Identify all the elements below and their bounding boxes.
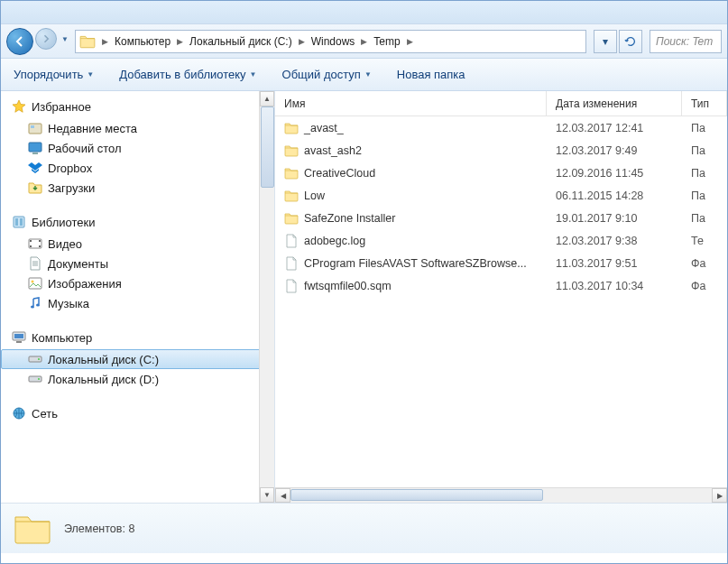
column-headers: Имя Дата изменения Тип [275,91,727,116]
file-row[interactable]: SafeZone Installer19.01.2017 9:10Па [275,207,727,229]
file-row[interactable]: _avast_12.03.2017 12:41Па [275,116,727,139]
scroll-left-button[interactable]: ◀ [275,488,290,503]
sidebar-group-computer[interactable]: Компьютер [1,328,274,347]
document-icon [28,256,42,271]
column-name[interactable]: Имя [275,91,547,116]
nav-bar: ▼ ▶ Компьютер ▶ Локальный диск (C:) ▶ Wi… [1,24,727,59]
scroll-right-button[interactable]: ▶ [712,488,727,503]
forward-button[interactable] [35,28,57,50]
folder-icon [284,121,299,135]
file-date: 19.01.2017 9:10 [547,212,682,225]
column-type[interactable]: Тип [682,91,727,116]
file-date: 12.09.2016 11:45 [547,167,682,180]
sidebar-scrollbar[interactable]: ▲ ▼ [259,91,274,503]
hdd-icon [28,352,42,366]
refresh-button[interactable] [619,30,642,53]
file-row[interactable]: adobegc.log12.03.2017 9:38Те [275,229,727,252]
file-row[interactable]: CreativeCloud12.09.2016 11:45Па [275,162,727,184]
file-icon [284,279,299,293]
sidebar-item-recent[interactable]: Недавние места [1,118,274,138]
file-name: CProgram FilesAVAST SoftwareSZBrowse... [304,257,527,270]
network-icon [12,406,26,421]
breadcrumb-sep-icon[interactable]: ▶ [174,37,186,46]
video-icon [28,236,42,251]
scroll-thumb[interactable] [290,489,543,501]
folder-icon [79,33,96,50]
file-name: avast_ash2 [304,144,362,157]
sidebar-group-network[interactable]: Сеть [1,403,274,423]
sidebar-item-downloads[interactable]: Загрузки [1,178,274,198]
content-pane: Имя Дата изменения Тип _avast_12.03.2017… [275,91,727,503]
back-button[interactable] [6,28,33,55]
chevron-down-icon: ▼ [364,70,372,79]
file-row[interactable]: CProgram FilesAVAST SoftwareSZBrowse...1… [275,252,727,274]
folder-icon [284,211,299,226]
titlebar [1,1,727,24]
file-icon [284,234,299,248]
breadcrumb-computer[interactable]: Компьютер [111,31,174,52]
file-name: Low [304,190,325,202]
file-type: Те [682,235,727,247]
new-folder-button[interactable]: Новая папка [397,68,465,81]
sidebar-item-dropbox[interactable]: Dropbox [1,158,274,178]
sidebar-item-drive-c[interactable]: Локальный диск (C:) [1,349,274,369]
file-type: Па [682,190,727,202]
breadcrumb-windows[interactable]: Windows [308,31,359,52]
file-row[interactable]: fwtsqmfile00.sqm11.03.2017 10:34Фа [275,274,727,297]
sidebar-item-pictures[interactable]: Изображения [1,273,274,293]
file-date: 12.03.2017 12:41 [547,122,682,134]
include-in-library-button[interactable]: Добавить в библиотеку▼ [119,68,256,81]
file-icon [284,256,299,271]
status-text: Элементов: 8 [64,522,134,535]
desktop-icon [28,141,42,155]
file-row[interactable]: avast_ash212.03.2017 9:49Па [275,139,727,162]
sidebar-item-drive-d[interactable]: Локальный диск (D:) [1,369,274,389]
sidebar-item-music[interactable]: Музыка [1,293,274,313]
sidebar-item-desktop[interactable]: Рабочий стол [1,138,274,158]
address-bar[interactable]: ▶ Компьютер ▶ Локальный диск (C:) ▶ Wind… [75,30,586,53]
breadcrumb-sep-icon[interactable]: ▶ [296,37,308,46]
toolbar: Упорядочить▼ Добавить в библиотеку▼ Общи… [1,59,727,91]
address-dropdown-button[interactable]: ▾ [594,30,617,53]
sidebar-group-libraries[interactable]: Библиотеки [1,212,274,232]
breadcrumb-sep-icon[interactable]: ▶ [99,37,111,46]
content-hscrollbar[interactable]: ◀ ▶ [275,487,727,503]
folder-icon [284,189,299,203]
file-type: Па [682,212,727,225]
file-date: 12.03.2017 9:38 [547,235,682,247]
share-button[interactable]: Общий доступ▼ [282,68,372,81]
folder-icon [284,143,299,158]
file-type: Фа [682,280,727,292]
downloads-icon [28,180,42,195]
scroll-down-button[interactable]: ▼ [260,487,274,503]
computer-icon [12,330,26,345]
scroll-thumb[interactable] [261,106,274,188]
breadcrumb-temp[interactable]: Temp [370,31,403,52]
file-type: Па [682,122,727,134]
file-name: CreativeCloud [304,167,375,180]
sidebar-group-favorites[interactable]: Избранное [1,97,274,116]
file-name: fwtsqmfile00.sqm [304,280,392,292]
breadcrumb-sep-icon[interactable]: ▶ [404,37,416,46]
file-name: _avast_ [304,122,344,134]
organize-button[interactable]: Упорядочить▼ [14,68,94,81]
file-list[interactable]: _avast_12.03.2017 12:41Паavast_ash212.03… [275,116,727,487]
sidebar-item-video[interactable]: Видео [1,234,274,254]
file-date: 12.03.2017 9:49 [547,144,682,157]
file-date: 06.11.2015 14:28 [547,190,682,202]
folder-icon [284,166,299,180]
file-date: 11.03.2017 10:34 [547,280,682,292]
sidebar-item-documents[interactable]: Документы [1,254,274,273]
refresh-icon [624,35,637,48]
column-date[interactable]: Дата изменения [547,91,682,116]
scroll-up-button[interactable]: ▲ [260,91,274,106]
file-type: Фа [682,257,727,270]
status-bar: Элементов: 8 [1,503,727,553]
breadcrumb-sep-icon[interactable]: ▶ [358,37,370,46]
search-input[interactable]: Поиск: Tem [650,30,722,53]
chevron-down-icon: ▼ [250,70,257,79]
nav-history-dropdown[interactable]: ▼ [59,28,71,51]
music-icon [28,296,42,310]
breadcrumb-drive-c[interactable]: Локальный диск (C:) [186,31,296,52]
file-row[interactable]: Low06.11.2015 14:28Па [275,184,727,207]
